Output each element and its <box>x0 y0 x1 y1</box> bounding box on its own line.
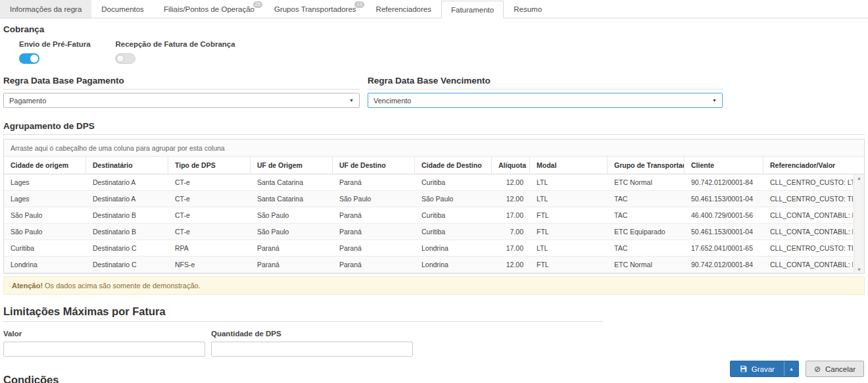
toggle-knob <box>116 55 124 63</box>
table-cell: 12.00 <box>492 191 530 207</box>
tab-filiais-pontos-de-opera-o[interactable]: Filiais/Pontos de Operação25 <box>154 0 264 18</box>
table-cell: Destinatario A <box>86 174 168 190</box>
scroll-down-icon[interactable]: ▼ <box>857 267 861 272</box>
tab-label: Resumo <box>514 5 542 13</box>
table-cell: Londrina <box>4 257 86 272</box>
table-cell: ETC Normal <box>608 174 685 190</box>
column-header[interactable]: Tipo de DPS <box>168 157 251 174</box>
regra-pagamento-select[interactable]: Pagamento ▼ <box>3 93 360 108</box>
column-header[interactable]: Cidade de origem <box>4 157 86 174</box>
save-split-button: Gravar ▲ <box>730 361 799 377</box>
table-cell: LTL <box>530 240 608 256</box>
table-cell: CLL_CENTRO_CUSTO: LTL_DIST <box>763 174 853 190</box>
table-cell: Destinatario B <box>86 207 168 223</box>
table-cell: FTL <box>530 224 608 240</box>
table-cell: Lages <box>4 191 86 207</box>
demo-warning-banner: Atenção!Os dados acima são somente de de… <box>3 276 865 295</box>
dps-grid: Arraste aqui o cabeçalho de uma coluna p… <box>3 139 865 274</box>
table-cell: 12.00 <box>492 174 530 190</box>
cancel-icon: ⊘ <box>814 365 821 374</box>
scroll-up-icon[interactable]: ▲ <box>857 176 861 180</box>
column-header[interactable]: UF de Origem <box>251 157 333 174</box>
grid-header-row: Cidade de origemDestinatárioTipo de DPSU… <box>4 157 864 174</box>
table-cell: 90.742.012/0001-84 <box>685 174 763 190</box>
column-header[interactable]: Grupo de Transportador <box>608 157 685 174</box>
column-header[interactable]: Referenciador/Valor <box>763 157 853 174</box>
tab-documentos[interactable]: Documentos <box>91 0 154 18</box>
limitacoes-section: Limitações Máximas por Fatura Valor Quan… <box>3 305 865 357</box>
table-cell: FTL <box>530 257 608 272</box>
valor-input[interactable] <box>3 342 205 357</box>
pre-fatura-label: Envio de Pré-Fatura <box>19 40 112 48</box>
tab-count-badge: 25 <box>253 1 262 8</box>
regra-vencimento-group: Regra Data Base Vencimento Vencimento ▼ <box>368 76 723 108</box>
table-cell: 90.742.012/0001-84 <box>685 257 763 272</box>
table-cell: 46.400.729/0001-56 <box>685 207 763 223</box>
pre-fatura-toggle[interactable] <box>19 53 39 64</box>
table-row[interactable]: São PauloDestinatario BCT-eSão PauloPara… <box>4 207 853 224</box>
cobranca-section: Cobrança Envio de Pré-Fatura Recepção de… <box>3 24 865 64</box>
save-button[interactable]: Gravar <box>731 361 784 376</box>
tab-resumo[interactable]: Resumo <box>504 0 552 18</box>
tab-bar: Informações da regraDocumentosFiliais/Po… <box>0 0 868 18</box>
column-header[interactable]: Cidade de Destino <box>415 157 492 174</box>
table-cell: Curitiba <box>415 224 492 240</box>
table-cell: TAC <box>608 240 685 256</box>
limitacoes-title: Limitações Máximas por Fatura <box>3 305 603 322</box>
grid-scrollbar[interactable]: ▲ ▼ <box>854 174 864 273</box>
regra-pagamento-title: Regra Data Base Pagamento <box>3 76 360 89</box>
table-cell: NFS-e <box>168 257 251 272</box>
table-cell: Londrina <box>415 257 492 272</box>
pre-fatura-toggle-group: Envio de Pré-Fatura <box>19 40 112 64</box>
condicoes-title: Condições <box>3 374 603 383</box>
table-cell: Curitiba <box>4 240 86 256</box>
table-cell: 50.461.153/0001-04 <box>685 191 763 207</box>
tab-grupos-transportadores[interactable]: Grupos Transportadores13 <box>264 0 366 18</box>
tab-referenciadores[interactable]: Referenciadores <box>366 0 441 18</box>
table-cell: 50.461.153/0001-04 <box>685 224 763 240</box>
tab-count-badge: 13 <box>354 1 364 8</box>
save-options-caret[interactable]: ▲ <box>784 361 798 376</box>
table-cell: Paraná <box>333 257 415 272</box>
table-cell: Lages <box>4 174 86 190</box>
column-header[interactable]: Cliente <box>685 157 763 174</box>
table-cell: CLL_CONTA_CONTABIL: DEPART_A <box>763 257 853 272</box>
table-cell: CT-e <box>168 174 251 190</box>
table-cell: CLL_CONTA_CONTABIL: DEPART_B <box>763 224 853 240</box>
column-header[interactable]: Alíquota <box>492 157 530 174</box>
column-header[interactable]: Destinatário <box>86 157 168 174</box>
regra-vencimento-select[interactable]: Vencimento ▼ <box>368 93 723 108</box>
grid-body: LagesDestinatario ACT-eSanta CatarinaPar… <box>4 174 864 273</box>
table-cell: CT-e <box>168 207 251 223</box>
table-cell: São Paulo <box>4 207 86 223</box>
recepcao-toggle[interactable] <box>115 53 135 64</box>
column-header[interactable]: UF de Destino <box>333 157 415 174</box>
table-row[interactable]: LondrinaDestinatario CNFS-eParanáParanáL… <box>4 257 853 273</box>
tab-label: Informações da regra <box>10 5 82 13</box>
table-cell: ETC Normal <box>608 257 685 272</box>
table-row[interactable]: LagesDestinatario ACT-eSanta CatarinaSão… <box>4 191 853 207</box>
recepcao-label: Recepção de Fatura de Cobrança <box>115 40 235 48</box>
tab-informa-es-da-regra[interactable]: Informações da regra <box>0 0 91 18</box>
table-cell: LTL <box>530 191 608 207</box>
cancel-button-label: Cancelar <box>825 365 856 373</box>
table-cell: Paraná <box>251 240 333 256</box>
table-cell: 17.652.041/0001-65 <box>685 240 763 256</box>
table-row[interactable]: LagesDestinatario ACT-eSanta CatarinaPar… <box>4 174 853 191</box>
valor-label: Valor <box>3 330 205 338</box>
table-cell: São Paulo <box>415 191 492 207</box>
table-cell: Paraná <box>333 207 415 223</box>
table-cell: Paraná <box>333 174 415 190</box>
warning-text: Os dados acima são somente de demonstraç… <box>45 282 201 290</box>
column-header[interactable]: Modal <box>530 157 608 174</box>
toggle-knob <box>30 55 38 63</box>
quantidade-dps-input[interactable] <box>211 342 413 357</box>
cancel-button[interactable]: ⊘ Cancelar <box>806 361 864 377</box>
table-row[interactable]: CuritibaDestinatario CRPAParanáParanáLon… <box>4 240 853 257</box>
table-row[interactable]: São PauloDestinatario BCT-eSão PauloPara… <box>4 224 853 240</box>
tab-faturamento[interactable]: Faturamento <box>441 1 504 18</box>
save-button-label: Gravar <box>752 365 775 373</box>
table-cell: Paraná <box>251 257 333 272</box>
grid-group-drop-area[interactable]: Arraste aqui o cabeçalho de uma coluna p… <box>4 140 864 157</box>
drag-hint-text: Arraste aqui o cabeçalho de uma coluna p… <box>11 144 225 152</box>
